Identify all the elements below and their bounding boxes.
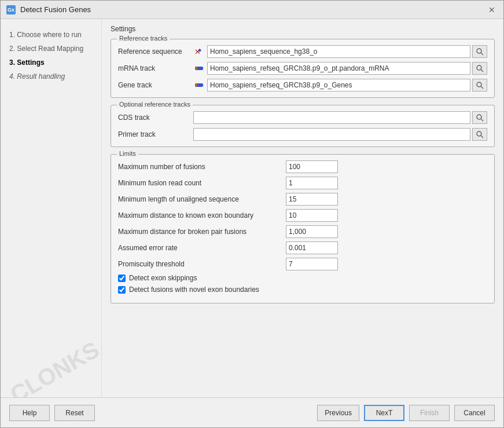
sidebar: 1. Choose where to run 2. Select Read Ma…	[1, 19, 102, 397]
seq-icon: ✕ ◆	[193, 47, 205, 56]
promiscuity-input[interactable]	[286, 258, 338, 270]
reference-sequence-label: Reference sequence	[118, 47, 193, 56]
sidebar-item-select-read[interactable]: 2. Select Read Mapping	[6, 42, 95, 56]
min-length-input[interactable]	[286, 193, 338, 206]
dialog-body: 1. Choose where to run 2. Select Read Ma…	[1, 19, 503, 397]
gene-track-label: Gene track	[118, 81, 193, 89]
svg-line-11	[481, 86, 483, 89]
sidebar-item-settings[interactable]: 3. Settings	[6, 56, 95, 69]
min-read-count-row: Minimum fusion read count	[118, 177, 487, 189]
primer-track-label: Primer track	[118, 130, 193, 138]
optional-tracks-group: Optional reference tracks CDS track	[111, 105, 495, 147]
next-button[interactable]: NexT	[364, 405, 404, 421]
reference-sequence-row: Reference sequence ✕ ◆	[118, 45, 487, 58]
detect-novel-exon-label: Detect fusions with novel exon boundarie…	[129, 286, 259, 294]
svg-point-6	[477, 65, 481, 70]
mrna-track-input[interactable]	[207, 62, 470, 75]
gene-track-row: Gene track	[118, 79, 487, 92]
svg-text:◆: ◆	[198, 47, 202, 53]
help-button[interactable]: Help	[9, 405, 50, 421]
previous-button[interactable]: Previous	[317, 405, 359, 421]
limits-label: Limits	[117, 150, 138, 157]
svg-line-15	[481, 136, 483, 138]
detect-novel-exon-row: Detect fusions with novel exon boundarie…	[118, 286, 487, 294]
svg-line-7	[481, 69, 483, 72]
cds-track-browse[interactable]	[472, 111, 487, 124]
sidebar-item-choose-where[interactable]: 1. Choose where to run	[6, 28, 95, 42]
max-dist-broken-input[interactable]	[286, 225, 338, 238]
svg-line-3	[481, 53, 483, 55]
cds-track-label: CDS track	[118, 114, 193, 122]
limits-group: Limits Maximum number of fusions Minimum…	[111, 154, 495, 303]
mrna-icon	[193, 64, 205, 73]
mrna-track-browse[interactable]	[472, 62, 487, 75]
finish-button[interactable]: Finish	[409, 405, 450, 421]
max-fusions-row: Maximum number of fusions	[118, 160, 487, 173]
promiscuity-row: Promiscuity threshold	[118, 258, 487, 270]
svg-point-14	[477, 131, 481, 136]
min-length-label: Minimum length of unaligned sequence	[118, 195, 286, 203]
error-rate-row: Assumed error rate	[118, 242, 487, 254]
section-title: Settings	[111, 25, 495, 33]
cds-track-row: CDS track	[118, 111, 487, 124]
max-dist-broken-row: Maximum distance for broken pair fusions	[118, 225, 487, 238]
detect-novel-exon-checkbox[interactable]	[118, 286, 126, 294]
svg-point-10	[477, 82, 481, 87]
error-rate-input[interactable]	[286, 242, 338, 254]
main-content: Settings Reference tracks Reference sequ…	[102, 19, 503, 397]
cds-track-input[interactable]	[193, 111, 470, 124]
title-bar: Gx Detect Fusion Genes ✕	[1, 1, 503, 19]
close-button[interactable]: ✕	[486, 4, 498, 16]
detect-exon-skippings-label: Detect exon skippings	[129, 274, 197, 282]
min-read-count-input[interactable]	[286, 177, 338, 189]
max-dist-exon-input[interactable]	[286, 209, 338, 222]
gene-track-input[interactable]	[207, 79, 470, 92]
min-length-row: Minimum length of unaligned sequence	[118, 193, 487, 206]
max-dist-exon-label: Maximum distance to known exon boundary	[118, 211, 286, 220]
error-rate-label: Assumed error rate	[118, 244, 286, 252]
primer-track-input[interactable]	[193, 128, 470, 141]
dialog: Gx Detect Fusion Genes ✕ 1. Choose where…	[0, 0, 504, 428]
watermark: CLONKS	[6, 342, 95, 397]
max-fusions-input[interactable]	[286, 160, 338, 173]
reference-tracks-group: Reference tracks Reference sequence ✕ ◆	[111, 39, 495, 98]
mrna-track-label: mRNA track	[118, 64, 193, 72]
gene-track-browse[interactable]	[472, 79, 487, 92]
svg-point-2	[477, 49, 481, 53]
sidebar-item-result[interactable]: 4. Result handling	[6, 69, 95, 83]
reference-sequence-input[interactable]	[207, 45, 470, 58]
max-dist-broken-label: Maximum distance for broken pair fusions	[118, 228, 286, 236]
optional-tracks-label: Optional reference tracks	[117, 101, 193, 108]
max-dist-exon-row: Maximum distance to known exon boundary	[118, 209, 487, 222]
primer-track-browse[interactable]	[472, 128, 487, 141]
detect-exon-skippings-checkbox[interactable]	[118, 275, 126, 282]
reference-tracks-label: Reference tracks	[117, 35, 170, 42]
svg-line-13	[481, 119, 483, 121]
cancel-button[interactable]: Cancel	[454, 405, 495, 421]
mrna-track-row: mRNA track	[118, 62, 487, 75]
app-icon: Gx	[6, 5, 16, 14]
gene-icon	[193, 81, 205, 90]
svg-point-12	[477, 115, 481, 119]
footer: Help Reset Previous NexT Finish Cancel	[1, 397, 503, 427]
promiscuity-label: Promiscuity threshold	[118, 260, 286, 268]
min-read-count-label: Minimum fusion read count	[118, 179, 286, 187]
detect-exon-skippings-row: Detect exon skippings	[118, 274, 487, 282]
primer-track-row: Primer track	[118, 128, 487, 141]
dialog-title: Detect Fusion Genes	[20, 5, 91, 14]
max-fusions-label: Maximum number of fusions	[118, 163, 286, 171]
reference-sequence-browse[interactable]	[472, 45, 487, 58]
reset-button[interactable]: Reset	[54, 405, 95, 421]
